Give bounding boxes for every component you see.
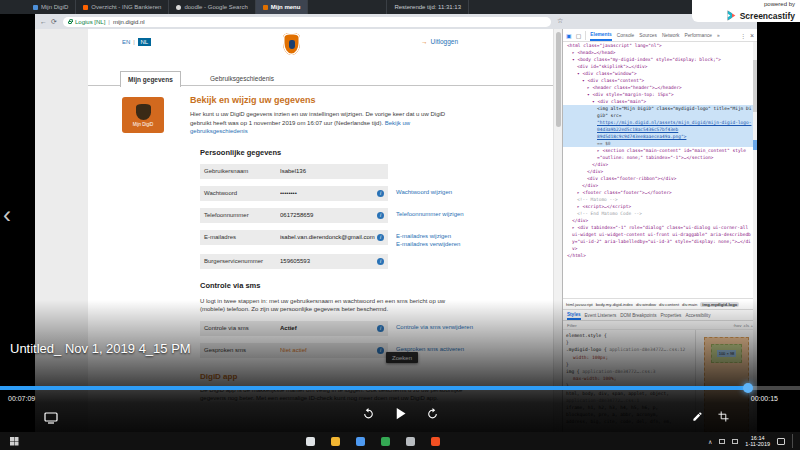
dom-tree-node[interactable]: </div>	[563, 161, 754, 168]
dom-tree-node[interactable]: <div id="skiplink">…</div>	[563, 63, 754, 70]
progress-fill	[0, 386, 748, 390]
lang-nl[interactable]: NL	[138, 38, 151, 46]
volume-icon[interactable]	[732, 439, 738, 444]
browser-tab-strip: Mijn DigiD Overzicht - ING Bankieren doo…	[0, 0, 800, 14]
devtools-tab[interactable]: »	[717, 29, 720, 41]
devtools-close-icon[interactable]: ×	[750, 32, 754, 39]
dom-tree-node[interactable]: <!-- Matomo -->	[563, 196, 754, 203]
row-action-link[interactable]: E-mailadres wijzigen	[396, 233, 460, 239]
info-icon[interactable]: i	[377, 258, 384, 265]
dom-tree-node[interactable]: == $0	[563, 140, 754, 147]
dom-tree-node[interactable]: "https://mijn.digid.nl/assets/mijn_digid…	[563, 119, 754, 133]
notification-center-icon[interactable]	[777, 438, 785, 445]
browser-tab[interactable]: Resterende tijd: 11:31:13	[386, 0, 469, 14]
toolbar-divider	[585, 31, 586, 40]
table-row: E-mailadres isabel.van.dierendonck@gmail…	[200, 230, 535, 247]
page-scrollbar-thumb[interactable]	[556, 32, 561, 127]
table-row: Telefoonnummer 0617258659 i Telefoonnumm…	[200, 208, 535, 223]
reload-icon[interactable]: ⟳	[51, 17, 57, 26]
network-icon[interactable]	[719, 439, 725, 444]
taskbar-icon[interactable]	[356, 437, 365, 446]
device-toolbar-icon[interactable]: ▢	[576, 32, 582, 39]
dom-tree-node[interactable]: </div>	[563, 168, 754, 175]
row-action-link[interactable]: Telefoonnummer wijzigen	[396, 211, 464, 217]
info-icon[interactable]: i	[377, 212, 384, 219]
dom-tree-node[interactable]: </div>	[563, 182, 754, 189]
start-button[interactable]	[10, 437, 14, 441]
browser-tab[interactable]: Mijn DigiD	[26, 0, 76, 14]
info-icon[interactable]: i	[377, 234, 384, 241]
dom-tree-node[interactable]: </html>	[563, 252, 754, 259]
taskbar-icon[interactable]	[431, 437, 440, 446]
forward-10-button[interactable]	[426, 407, 439, 420]
rewind-10-button[interactable]	[362, 407, 375, 420]
page-tab[interactable]: Mijn gegevens	[120, 71, 181, 87]
dom-tree-node[interactable]: <html class="javascript" lang="nl">	[563, 42, 754, 49]
address-bar[interactable]: Logius [NL] | mijn.digid.nl	[63, 17, 551, 27]
devtools-tabs: ElementsConsoleSourcesNetworkPerformance…	[590, 29, 719, 41]
dom-tree-node[interactable]: <img alt="Mijn DigiD" class="mydigid-log…	[563, 105, 754, 119]
devtools-scrollbar-thumb[interactable]	[753, 60, 757, 112]
back-icon[interactable]: ←	[40, 17, 47, 26]
show-desktop-button[interactable]	[792, 434, 795, 448]
bookmark-star-icon[interactable]: ☆	[557, 17, 563, 25]
inspect-element-icon[interactable]: ▣	[566, 32, 572, 39]
dom-tree-node[interactable]: ▸ <section class="main-content" id="main…	[563, 147, 754, 161]
mijn-digid-crest-icon	[136, 104, 151, 120]
row-label: Wachtwoord	[204, 190, 280, 196]
previous-video-chevron-icon[interactable]: ‹	[3, 203, 11, 227]
browser-tab[interactable]: Overzicht - ING Bankieren	[76, 0, 169, 14]
dom-tree-node[interactable]: <div class="footer-ribbon"></div>	[563, 175, 754, 182]
devtools-tab[interactable]: Network	[662, 29, 680, 41]
dom-tree-node[interactable]: ▸ <footer class="footer">…</footer>	[563, 189, 754, 196]
sms-heading: Controle via sms	[200, 281, 535, 290]
row-action-link[interactable]: Wachtwoord wijzigen	[396, 189, 452, 195]
taskbar-icons	[306, 437, 440, 446]
taskbar-icon[interactable]	[381, 437, 390, 446]
tray-chevron-icon[interactable]: ∧	[708, 438, 712, 445]
devtools-tab[interactable]: Performance	[685, 29, 712, 41]
row-action-link[interactable]: E-mailadres verwijderen	[396, 241, 460, 247]
browser-tab[interactable]: Mijn menu	[256, 0, 309, 14]
devtools-tab[interactable]: Sources	[639, 29, 657, 41]
taskbar-icon[interactable]	[406, 437, 415, 446]
taskbar-icon[interactable]	[331, 437, 340, 446]
pen-icon	[692, 411, 703, 422]
dom-tree-node[interactable]: ▾ <div style="margin-top: 15px">	[563, 91, 754, 98]
logout-link[interactable]: → Uitloggen	[421, 38, 458, 45]
remaining-time: 00:00:15	[751, 395, 778, 402]
dom-tree-node[interactable]: </div>	[563, 217, 754, 224]
play-button[interactable]	[393, 406, 408, 421]
devtools-menu-icon[interactable]: ⋮	[740, 32, 746, 39]
crop-icon	[718, 411, 729, 422]
lock-icon	[68, 21, 72, 25]
dom-tree-node[interactable]: ▸ <script>…</script>	[563, 203, 754, 210]
dom-tree-node[interactable]: ▾ <div class="content">	[563, 77, 754, 84]
tab-label: Resterende tijd: 11:31:13	[394, 4, 461, 10]
dom-tree-node[interactable]: ▸ <header class="header">…</header>	[563, 84, 754, 91]
dom-tree-node[interactable]: ▾ <body class="my-digid-index" style="di…	[563, 56, 754, 63]
dom-tree-node[interactable]: ▾ <div class="window">	[563, 70, 754, 77]
edit-pen-button[interactable]	[692, 411, 703, 422]
taskbar-clock[interactable]: 16:14 1-11-2019	[745, 435, 770, 448]
language-switch[interactable]: EN | NL	[122, 38, 151, 46]
browser-tab[interactable]: doodle - Google Search	[169, 0, 255, 14]
dom-tree-node[interactable]: 89d5d18c9c9d743ee8aaecea49a.png">	[563, 133, 754, 140]
progress-bar[interactable]	[0, 386, 800, 390]
tab-label: doodle - Google Search	[184, 4, 247, 10]
dom-tree-node[interactable]: ▸ <head>…</head>	[563, 49, 754, 56]
page-tab[interactable]: Gebruiksgeschiedenis	[210, 75, 274, 82]
tab-label: Mijn DigiD	[41, 4, 68, 10]
crop-button[interactable]	[718, 411, 729, 422]
dom-tree-node[interactable]: ▾ <div class="main">	[563, 98, 754, 105]
row-value: 159605593	[280, 258, 377, 264]
devtools-tab[interactable]: Elements	[590, 29, 611, 41]
taskbar-icon[interactable]	[306, 437, 315, 446]
devtools-tab[interactable]: Console	[617, 29, 635, 41]
progress-handle[interactable]	[743, 383, 753, 393]
table-row: Wachtwoord •••••••• i Wachtwoord wijzige…	[200, 186, 535, 201]
info-icon[interactable]: i	[377, 190, 384, 197]
dom-tree-node[interactable]: <!-- End Matomo Code -->	[563, 210, 754, 217]
dom-tree-node[interactable]: ▸ <div tabindex="-1" role="dialog" class…	[563, 224, 754, 252]
lang-en[interactable]: EN	[122, 39, 130, 45]
